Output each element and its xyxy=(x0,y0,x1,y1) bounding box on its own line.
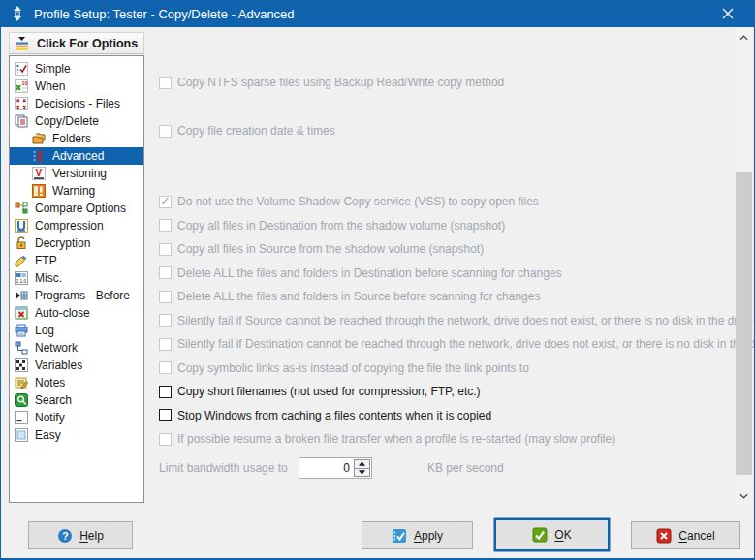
sidebar-item-compare-options[interactable]: Compare Options xyxy=(10,200,143,217)
option-row-delete-all-the-files-and-folders-in-sour: Delete ALL the files and folders in Sour… xyxy=(159,285,735,309)
svg-text:10: 10 xyxy=(22,80,28,86)
svg-text:1.1.0: 1.1.0 xyxy=(16,279,27,284)
sidebar-item-when[interactable]: 10When xyxy=(10,78,143,95)
close-button[interactable] xyxy=(710,0,754,27)
option-label: Copy NTFS sparse files using Backup Read… xyxy=(177,76,504,89)
click-for-options-button[interactable]: Click For Options xyxy=(9,32,144,54)
sidebar-item-advanced[interactable]: Advanced xyxy=(10,147,143,165)
copy-delete-icon xyxy=(15,114,28,128)
sidebar-item-programs-before[interactable]: Programs - Before xyxy=(10,287,143,304)
option-row-copy-file-creation-date-times: Copy file creation date & times xyxy=(159,119,735,143)
sidebar-item-label: FTP xyxy=(35,254,57,267)
versioning-icon: V xyxy=(32,167,46,180)
checkbox xyxy=(159,196,172,208)
option-group-2: Copy file creation date & times xyxy=(159,119,735,143)
auto-close-icon xyxy=(15,306,28,320)
sidebar-item-ftp[interactable]: FTP xyxy=(10,252,143,269)
sidebar-item-warning[interactable]: Warning xyxy=(10,182,143,200)
help-button-label: Help xyxy=(79,529,104,543)
sidebar-item-decisions-files[interactable]: Decisions - Files xyxy=(10,95,143,112)
window-title: Profile Setup: Tester - Copy/Delete - Ad… xyxy=(34,7,710,21)
when-icon: 10 xyxy=(15,79,28,93)
sidebar-item-label: Variables xyxy=(35,358,82,372)
cancel-icon xyxy=(656,528,672,544)
checkbox[interactable] xyxy=(159,386,172,398)
bandwidth-row: Limit bandwidth usage to KB per second xyxy=(159,457,504,479)
spinner-down-button[interactable] xyxy=(355,468,369,477)
svg-text:?: ? xyxy=(62,529,68,541)
sidebar-item-label: Compression xyxy=(35,219,104,233)
sidebar-item-variables[interactable]: Variables xyxy=(10,357,143,374)
sidebar-item-label: Decisions - Files xyxy=(35,97,120,110)
settings-panel: Copy NTFS sparse files using Backup Read… xyxy=(159,27,735,502)
scroll-down-button[interactable] xyxy=(736,487,752,504)
log-icon xyxy=(15,324,28,337)
sidebar-item-label: Notify xyxy=(35,411,65,424)
sidebar-item-label: Versioning xyxy=(52,167,107,180)
compression-icon xyxy=(15,219,28,233)
sidebar-item-label: Advanced xyxy=(52,149,104,163)
cancel-button[interactable]: Cancel xyxy=(631,521,740,549)
bandwidth-label: Limit bandwidth usage to xyxy=(159,461,299,475)
checkbox xyxy=(159,266,172,279)
ok-button[interactable]: OK xyxy=(495,519,609,550)
sidebar-item-notes[interactable]: Notes xyxy=(10,374,143,391)
option-row-silently-fail-if-source-cannot-be-reache: Silently fail if Source cannot be reache… xyxy=(159,309,735,333)
sidebar-item-label: Network xyxy=(35,341,78,355)
search-icon xyxy=(15,393,28,407)
sidebar-item-folders[interactable]: Folders xyxy=(10,130,143,147)
apply-button[interactable]: Apply xyxy=(362,521,473,549)
options-menu-icon xyxy=(15,36,30,51)
sidebar-item-copy-delete[interactable]: Copy/Delete xyxy=(10,112,143,130)
misc-icon: 1.1.0 xyxy=(15,271,28,285)
option-label[interactable]: Stop Windows from caching a files conten… xyxy=(177,409,491,422)
checkbox xyxy=(159,243,172,256)
option-row-if-possible-resume-a-broken-file-transfe: If possible resume a broken file transfe… xyxy=(159,427,735,451)
sidebar-item-simple[interactable]: Simple xyxy=(10,60,143,78)
sidebar-item-search[interactable]: Search xyxy=(10,391,143,409)
cancel-button-label: Cancel xyxy=(678,529,714,543)
sidebar-item-decryption[interactable]: Decryption xyxy=(10,234,143,252)
option-row-copy-ntfs-sparse-files-using-backup-read: Copy NTFS sparse files using Backup Read… xyxy=(159,71,735,95)
ftp-icon xyxy=(15,254,28,267)
sidebar-item-notify[interactable]: Notify xyxy=(10,409,143,426)
sidebar-item-label: Easy xyxy=(35,428,61,442)
sidebar-item-misc[interactable]: 1.1.0Misc. xyxy=(10,269,143,287)
sidebar-item-label: Warning xyxy=(52,184,95,198)
scroll-thumb[interactable] xyxy=(736,172,752,475)
sidebar-item-label: Log xyxy=(35,324,54,337)
option-row-copy-symbolic-links-as-is-instead-of-cop: Copy symbolic links as-is instead of cop… xyxy=(159,357,735,381)
close-icon xyxy=(722,8,734,19)
warning-icon xyxy=(32,184,46,198)
sidebar-list: Simple10WhenDecisions - FilesCopy/Delete… xyxy=(9,55,144,503)
option-label: Copy all files in Destination from the s… xyxy=(177,219,505,233)
vertical-scrollbar[interactable] xyxy=(736,29,752,504)
checkbox[interactable] xyxy=(159,409,172,421)
sidebar-item-compression[interactable]: Compression xyxy=(10,217,143,234)
sidebar-item-versioning[interactable]: VVersioning xyxy=(10,165,143,182)
option-label: Delete ALL the files and folders in Sour… xyxy=(177,290,540,303)
option-label[interactable]: Copy short filenames (not used for compr… xyxy=(177,385,481,398)
help-button[interactable]: ?Help xyxy=(28,521,133,549)
compare-options-icon xyxy=(15,202,28,215)
bandwidth-unit-label: KB per second xyxy=(427,461,504,475)
bandwidth-input[interactable] xyxy=(299,458,353,478)
option-label: If possible resume a broken file transfe… xyxy=(177,432,615,446)
option-row-copy-all-files-in-destination-from-the-s: Copy all files in Destination from the s… xyxy=(159,214,735,238)
option-row-copy-all-files-in-source-from-the-shadow: Copy all files in Source from the shadow… xyxy=(159,237,735,262)
sidebar-item-log[interactable]: Log xyxy=(10,322,143,339)
sidebar-item-auto-close[interactable]: Auto-close xyxy=(10,304,143,322)
scroll-up-button[interactable] xyxy=(736,29,752,46)
option-row-stop-windows-from-caching-a-files-conten: Stop Windows from caching a files conten… xyxy=(159,404,735,428)
sidebar-item-label: Folders xyxy=(52,132,91,145)
apply-icon xyxy=(392,528,407,544)
option-group-3: Do not use the Volume Shadow Copy servic… xyxy=(159,190,735,451)
sidebar-item-label: Misc. xyxy=(35,271,62,285)
sidebar-item-network[interactable]: Network xyxy=(10,339,143,357)
ok-icon xyxy=(532,527,548,543)
decryption-icon xyxy=(15,236,28,250)
sidebar-item-easy[interactable]: Easy xyxy=(10,426,143,444)
sidebar-item-label: Notes xyxy=(35,376,65,389)
option-label: Copy file creation date & times xyxy=(177,124,335,138)
spinner-up-button[interactable] xyxy=(355,460,369,468)
